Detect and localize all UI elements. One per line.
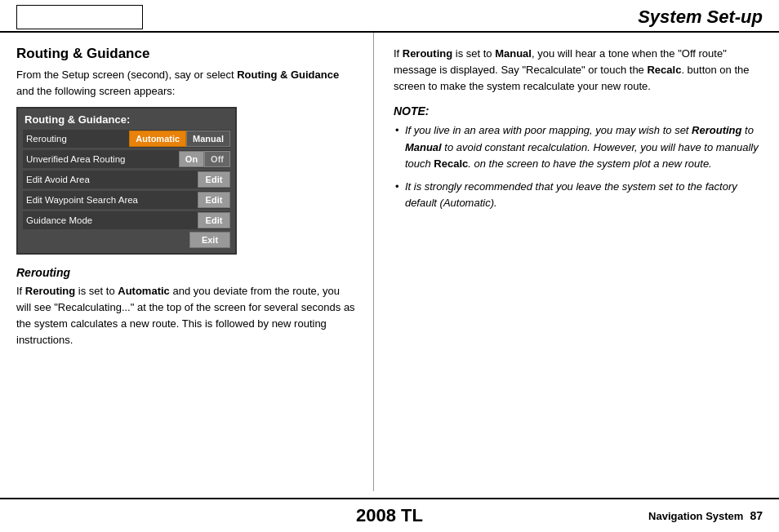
btn-edit-waypoint[interactable]: Edit	[198, 192, 230, 208]
btn-off[interactable]: Off	[204, 151, 230, 167]
ui-row-waypoint: Edit Waypoint Search Area Edit	[23, 191, 230, 209]
row-label-rerouting: Rerouting	[23, 134, 129, 144]
rerouting-body: If Rerouting is set to Automatic and you…	[16, 283, 357, 349]
row-label-waypoint: Edit Waypoint Search Area	[23, 195, 198, 205]
footer: 2008 TL Navigation System 87	[0, 498, 779, 532]
row-label-unverified: Unverified Area Routing	[23, 154, 179, 164]
row-label-avoid-area: Edit Avoid Area	[23, 175, 198, 184]
header-title: System Set-up	[638, 7, 763, 28]
note-item-1: If you live in an area with poor mapping…	[394, 122, 763, 171]
right-para-1: If Rerouting is set to Manual, you will …	[394, 46, 763, 95]
btn-automatic[interactable]: Automatic	[129, 131, 186, 147]
ui-panel: Routing & Guidance: Rerouting Automatic …	[16, 107, 237, 255]
btn-edit-guidance[interactable]: Edit	[198, 212, 230, 228]
sub-heading-rerouting: Rerouting	[16, 266, 357, 279]
right-bold-manual: Manual	[495, 47, 532, 60]
footer-page-number: 87	[750, 509, 763, 522]
footer-nav-system-label: Navigation System	[648, 510, 743, 522]
right-bold-recalc: Recalc	[647, 64, 681, 76]
right-column: If Rerouting is set to Manual, you will …	[374, 33, 779, 491]
footer-model: 2008 TL	[356, 505, 423, 526]
ui-row-guidance: Guidance Mode Edit	[23, 211, 230, 229]
note-list: If you live in an area with poor mapping…	[394, 122, 763, 211]
intro-text-bold: Routing & Guidance	[237, 69, 339, 81]
right-bold-rerouting: Rerouting	[403, 47, 452, 60]
intro-text-from: From the Setup screen (second), say or s…	[16, 69, 237, 81]
rerouting-bold-2: Automatic	[118, 285, 170, 297]
btn-edit-avoid[interactable]: Edit	[198, 171, 230, 188]
note-item-2: It is strongly recommended that you leav…	[394, 179, 763, 211]
ui-exit-row: Exit	[23, 232, 230, 248]
left-column: Routing & Guidance From the Setup screen…	[0, 33, 374, 491]
logo-box	[16, 5, 143, 29]
intro-text-end: and the following screen appears:	[16, 85, 175, 97]
ui-panel-title: Routing & Guidance:	[23, 113, 230, 126]
rerouting-bold-1: Rerouting	[25, 285, 75, 297]
ui-row-avoid-area: Edit Avoid Area Edit	[23, 171, 230, 188]
row-label-guidance: Guidance Mode	[23, 215, 198, 225]
btn-exit[interactable]: Exit	[189, 232, 230, 248]
btn-manual[interactable]: Manual	[186, 131, 230, 147]
intro-text: From the Setup screen (second), say or s…	[16, 67, 357, 99]
btn-on[interactable]: On	[179, 151, 204, 167]
section-heading: Routing & Guidance	[16, 46, 357, 62]
note-heading: NOTE:	[394, 104, 763, 117]
ui-row-unverified: Unverified Area Routing On Off	[23, 150, 230, 168]
main-content: Routing & Guidance From the Setup screen…	[0, 33, 779, 491]
footer-right: Navigation System 87	[648, 509, 763, 522]
ui-row-rerouting: Rerouting Automatic Manual	[23, 130, 230, 148]
